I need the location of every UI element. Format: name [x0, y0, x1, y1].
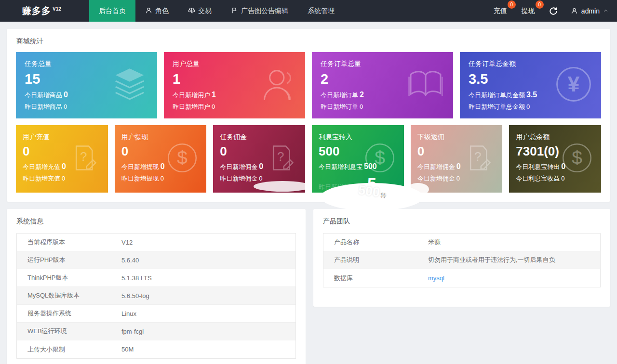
stat-card-user-recharge: 用户充值 0 今日新增充值0 昨日新增充值0 ?: [16, 125, 108, 193]
table-row: 运行PHP版本 5.6.40: [17, 251, 295, 269]
nav-item-roles[interactable]: 角色: [135, 0, 178, 22]
main-menu: 后台首页 角色 交易 广告图公告编辑 系统管理: [89, 0, 344, 22]
svg-text:?: ?: [277, 150, 284, 163]
svg-text:$: $: [572, 147, 582, 168]
withdraw-label: 提现: [522, 7, 535, 14]
app-logo[interactable]: 赚多多 V12: [0, 0, 89, 22]
user-icon: [145, 7, 152, 15]
stats-row-2: 用户充值 0 今日新增充值0 昨日新增充值0 ? 用户提现 0 今日新增提现0 …: [7, 125, 610, 193]
shop-stats-panel: 商城统计 任务总量 15 今日新增商品0 昨日新增商品0 用户总量 1 今日新增…: [7, 29, 610, 202]
withdraw-badge: 0: [536, 0, 544, 9]
chevron-up-icon: [603, 8, 608, 13]
doc-question-icon: ?: [461, 141, 496, 177]
product-team-panel: 产品团队 产品名称 米赚 产品说明 切勿用于商业或者用于违法行为,一切后果自负 …: [313, 209, 610, 307]
navbar-right: 充值 0 提现 0 admin: [493, 0, 617, 22]
scale-icon: [188, 7, 195, 15]
table-row: 服务器操作系统 Linux: [17, 305, 295, 323]
stat-card-users-total: 用户总量 1 今日新增用户1 昨日新增用户0: [164, 52, 305, 118]
nav-item-label: 广告图公告编辑: [241, 7, 288, 15]
stat-card-user-withdraw: 用户提现 0 今日新增提现0 昨日新增提现0 $: [115, 125, 207, 193]
table-row: 产品说明 切勿用于商业或者用于违法行为,一切后果自负: [323, 251, 600, 269]
recharge-badge: 0: [508, 0, 516, 9]
top-navbar: 赚多多 V12 后台首页 角色 交易 广告图公告编辑 系统管理: [0, 0, 617, 22]
doc-question-icon: ?: [264, 141, 298, 177]
stat-card-order-amount: 任务订单总金额 3.5 今日新增订单总金额3.5 昨日新增订单总金额0 ¥: [460, 52, 601, 118]
svg-text:?: ?: [80, 150, 87, 163]
table-row: MySQL数据库版本 5.6.50-log: [17, 287, 295, 305]
user-menu[interactable]: admin: [571, 7, 608, 15]
doc-question-icon: ?: [67, 141, 101, 177]
recharge-label: 充值: [494, 7, 507, 14]
nav-item-label: 交易: [198, 7, 212, 15]
nav-item-label: 角色: [155, 7, 169, 15]
withdraw-button[interactable]: 提现 0: [521, 5, 536, 17]
layers-icon: [109, 64, 150, 107]
table-row: 产品名称 米赚: [323, 234, 600, 251]
stat-card-tasks-total: 任务总量 15 今日新增商品0 昨日新增商品0: [16, 52, 157, 118]
system-info-heading: 系统信息: [7, 209, 306, 232]
nav-item-banner-editor[interactable]: 广告图公告编辑: [221, 0, 298, 22]
page-content: 商城统计 任务总量 15 今日新增商品0 昨日新增商品0 用户总量 1 今日新增…: [0, 22, 617, 364]
recharge-button[interactable]: 充值 0: [493, 5, 508, 17]
table-row: 当前程序版本 V12: [17, 234, 295, 251]
dollar-circle-icon: $: [560, 141, 594, 177]
user-icon: [571, 7, 578, 14]
nav-item-label: 系统管理: [308, 7, 335, 15]
product-team-heading: 产品团队: [313, 209, 610, 232]
table-row: 数据库 mysql: [323, 269, 600, 287]
stat-card-user-balance: 用户总余额 7301(0) 今日利息宝转出0 今日利息宝收益0 $: [509, 125, 601, 193]
nav-item-home[interactable]: 后台首页: [89, 0, 135, 22]
stat-card-sub-rebate: 下级返佣 0 今日新增佣金0 今日新增佣金0 ?: [411, 125, 503, 193]
app-logo-text: 赚多多: [22, 5, 51, 17]
bottom-section: 系统信息 当前程序版本 V12 运行PHP版本 5.6.40 ThinkPHP版…: [7, 209, 610, 364]
table-row: 上传大小限制 50M: [17, 340, 295, 358]
table-row: ThinkPHP版本 5.1.38 LTS: [17, 269, 295, 287]
nav-item-system[interactable]: 系统管理: [298, 0, 344, 22]
dollar-circle-icon: $: [362, 141, 397, 177]
stats-heading: 商城统计: [7, 29, 610, 52]
svg-text:?: ?: [474, 150, 481, 163]
white-smudge-artifact: [254, 181, 305, 192]
refresh-icon[interactable]: [549, 6, 558, 16]
flag-icon: [231, 7, 238, 15]
book-icon: [405, 64, 446, 107]
nav-item-trade[interactable]: 交易: [178, 0, 221, 22]
stat-card-interest-in: 利息宝转入 500 今日新增利息宝500 昨日新增利息宝5 $ 500转: [312, 125, 404, 193]
system-info-panel: 系统信息 当前程序版本 V12 运行PHP版本 5.6.40 ThinkPHP版…: [7, 209, 306, 364]
svg-text:$: $: [375, 147, 385, 168]
nav-item-label: 后台首页: [99, 7, 126, 15]
stat-card-orders-total: 任务订单总量 2 今日新增订单2 昨日新增订单0: [312, 52, 453, 118]
dollar-circle-icon: $: [165, 141, 200, 177]
svg-text:¥: ¥: [568, 72, 580, 96]
user-icon: [257, 64, 298, 107]
mysql-link[interactable]: mysql: [427, 274, 444, 282]
stat-card-task-commission: 任务佣金 0 今日新增佣金0 昨日新增佣金0 ?: [213, 125, 305, 193]
username: admin: [581, 7, 600, 15]
white-notch-artifact: [411, 183, 429, 193]
app-version: V12: [53, 6, 61, 12]
svg-text:$: $: [177, 147, 188, 168]
stats-row-1: 任务总量 15 今日新增商品0 昨日新增商品0 用户总量 1 今日新增用户1 昨…: [7, 52, 610, 118]
yen-circle-icon: ¥: [553, 64, 594, 107]
table-row: WEB运行环境 fpm-fcgi: [17, 323, 295, 340]
system-info-table: 当前程序版本 V12 运行PHP版本 5.6.40 ThinkPHP版本 5.1…: [16, 233, 296, 359]
product-team-table: 产品名称 米赚 产品说明 切勿用于商业或者用于违法行为,一切后果自负 数据库 m…: [323, 233, 601, 287]
